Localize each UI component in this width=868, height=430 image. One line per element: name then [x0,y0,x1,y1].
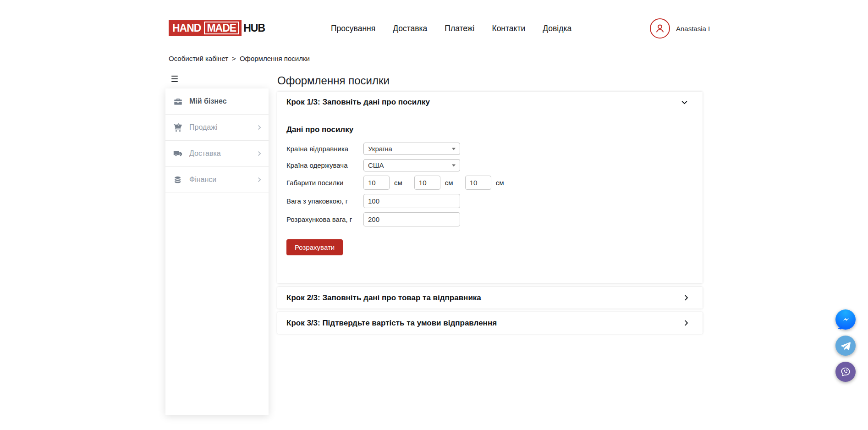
dimension-length-input[interactable] [363,176,390,190]
page: HANDMADE HUB Просування Доставка Платежі… [0,0,868,430]
sidebar-item-delivery[interactable]: Доставка [165,141,269,167]
logo[interactable]: HANDMADE HUB [169,20,265,36]
packed-weight-row: Вага з упаковкою, г [286,194,693,208]
step-2-title: Крок 2/3: Заповніть дані про товар та ві… [286,293,481,303]
sender-country-row: Країна відправника Україна [286,143,693,155]
unit-cm-label: см [445,179,453,187]
breadcrumb: Особистий кабінет > Оформлення посилки [169,55,310,62]
step-2-card: Крок 2/3: Заповніть дані про товар та ві… [277,287,703,309]
cart-icon [173,122,183,132]
recipient-country-row: Країна одержувача США [286,159,693,171]
logo-hand: HAND [172,22,201,34]
step-3-title: Крок 3/3: Підтвердьте вартість та умови … [286,319,497,328]
calculated-weight-input[interactable] [363,212,460,226]
breadcrumb-separator: > [232,55,236,62]
step-3-header[interactable]: Крок 3/3: Підтвердьте вартість та умови … [277,312,703,334]
select-arrow-icon [452,148,456,150]
breadcrumb-current: Оформлення посилки [240,55,310,62]
truck-icon [173,149,183,159]
step-1-header[interactable]: Крок 1/3: Заповніть дані про посилку [277,92,703,113]
step-3-card: Крок 3/3: Підтвердьте вартість та умови … [277,312,703,334]
dimension-height-input[interactable] [465,176,491,190]
logo-red-box: HANDMADE [169,20,242,36]
chevron-right-icon [257,177,262,182]
sidebar-item-label: Продажі [189,123,217,132]
recipient-country-value: США [368,161,384,169]
nav-item-contacts[interactable]: Контакти [492,24,525,33]
messenger-button[interactable] [835,309,856,330]
recipient-country-select[interactable]: США [363,159,460,171]
chevron-right-icon [683,320,690,326]
telegram-icon [840,340,852,352]
recipient-country-label: Країна одержувача [286,161,363,169]
chevron-right-icon [683,294,690,301]
social-widgets [835,309,856,382]
sidebar-item-my-business[interactable]: Мій бізнес [165,88,269,115]
chevron-right-icon [257,151,262,156]
select-arrow-icon [452,164,456,166]
parcel-form: Дані про посилку Країна відправника Укра… [277,113,703,283]
header-nav: Просування Доставка Платежі Контакти Дов… [331,24,571,33]
dimensions-row: Габарити посилки см см см [286,176,693,190]
user-icon [654,22,666,34]
calculate-button[interactable]: Розрахувати [286,239,343,255]
logo-made: MADE [204,22,239,34]
step-1-title: Крок 1/3: Заповніть дані про посилку [286,98,430,107]
nav-item-delivery[interactable]: Доставка [393,24,427,33]
unit-cm-label: см [394,179,402,187]
form-heading: Дані про посилку [286,125,693,134]
user-name: Anastasia I [676,25,710,33]
breadcrumb-cabinet[interactable]: Особистий кабінет [169,55,228,62]
calculated-weight-label: Розрахункова вага, г [286,215,363,223]
sidebar-item-sales[interactable]: Продажі [165,115,269,141]
packed-weight-label: Вага з упаковкою, г [286,197,363,205]
chevron-down-icon [681,99,688,106]
user-menu[interactable]: Anastasia I [650,18,710,39]
telegram-button[interactable] [835,336,856,356]
page-title: Оформлення посилки [277,74,703,87]
viber-button[interactable] [835,362,856,382]
sidebar-item-label: Мій бізнес [189,97,227,105]
sender-country-select[interactable]: Україна [363,143,460,155]
sender-country-value: Україна [368,145,392,153]
main-content: Оформлення посилки Крок 1/3: Заповніть д… [277,72,703,334]
dimensions-label: Габарити посилки [286,179,363,187]
sidebar: Мій бізнес Продажі Доставка Фінанси [165,88,269,415]
packed-weight-input[interactable] [363,194,460,208]
nav-item-help[interactable]: Довідка [543,24,571,33]
nav-item-payments[interactable]: Платежі [445,24,474,33]
unit-cm-label: см [496,179,504,187]
dimension-width-input[interactable] [414,176,440,190]
coins-icon [173,175,183,185]
messenger-icon [840,314,851,325]
sidebar-item-label: Фінанси [189,176,216,184]
sidebar-toggle-button[interactable] [171,76,180,82]
logo-hub: HUB [243,22,265,34]
nav-item-promotion[interactable]: Просування [331,24,375,33]
calculated-weight-row: Розрахункова вага, г [286,212,693,226]
step-1-card: Крок 1/3: Заповніть дані про посилку Дан… [277,92,703,283]
sidebar-item-finance[interactable]: Фінанси [165,167,269,193]
avatar [650,18,670,39]
chevron-right-icon [257,125,262,130]
viber-icon [840,366,852,378]
briefcase-icon [173,96,183,106]
sender-country-label: Країна відправника [286,145,363,153]
sidebar-item-label: Доставка [189,149,221,158]
step-2-header[interactable]: Крок 2/3: Заповніть дані про товар та ві… [277,287,703,309]
